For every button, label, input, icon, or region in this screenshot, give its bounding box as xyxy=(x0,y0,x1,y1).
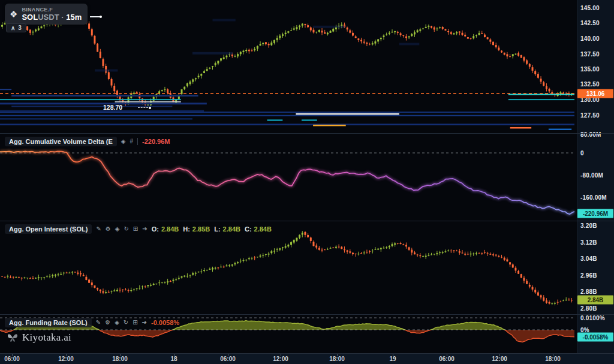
high-marker-line xyxy=(90,16,100,17)
cvd-header: Agg. Cumulative Volume Delta (E ◈ # -220… xyxy=(5,136,170,147)
collapse-indicators-button[interactable]: ∧ 3 xyxy=(6,23,26,32)
time-tick-label: 18:00 xyxy=(545,356,561,362)
axis-tick-label: 145.00 xyxy=(580,5,600,11)
oi-open: O:2.84B xyxy=(152,225,179,233)
time-scale-axis[interactable]: 06:0012:0018:001806:0012:0018:001906:001… xyxy=(0,353,614,364)
reset-icon[interactable]: ↻ xyxy=(124,226,128,232)
timeframe-label: 15m xyxy=(66,13,82,22)
move-icon[interactable]: ◈ xyxy=(115,226,120,232)
axis-tick-label: 135.00 xyxy=(580,66,600,73)
axis-tick-label: 0 xyxy=(580,150,584,157)
axis-tick-label: 127.50 xyxy=(580,112,600,119)
goto-icon[interactable]: ➔ xyxy=(142,226,147,232)
axis-value-badge: -220.96M xyxy=(577,209,613,218)
time-tick-label: 12:00 xyxy=(492,356,507,362)
axis-tick-label: 137.50 xyxy=(580,51,600,58)
move-icon[interactable]: ◈ xyxy=(115,320,119,326)
goto-icon[interactable]: ➔ xyxy=(142,320,147,326)
axis-tick-label: 3.12B xyxy=(580,239,597,246)
symbol-badge[interactable]: ❖ BINANCE.F SOLUSDT · 15m xyxy=(5,4,88,25)
axis-tick-label: 3.20B xyxy=(580,222,597,229)
funding-title[interactable]: Agg. Funding Rate (SOL) xyxy=(5,318,92,327)
axis-tick-label: 2.80B xyxy=(580,305,597,312)
open-interest-panel xyxy=(0,221,614,314)
expand-icon[interactable]: ⊞ xyxy=(133,320,137,326)
indicator-count: 3 xyxy=(18,25,22,31)
exchange-label: BINANCE.F xyxy=(22,7,82,13)
panel-divider[interactable] xyxy=(0,133,614,134)
settings-icon[interactable]: ⚙ xyxy=(105,320,110,326)
axis-tick-label: -160.00M xyxy=(580,194,607,201)
price-panel: 0 128.70 xyxy=(0,0,614,133)
edit-icon[interactable]: ✎ xyxy=(96,226,101,232)
time-tick-label: 12:00 xyxy=(58,356,74,362)
oi-high: H:2.85B xyxy=(183,225,210,233)
time-tick-label: 06:00 xyxy=(4,356,20,362)
panel-divider[interactable] xyxy=(0,221,614,221)
time-tick-label: 18 xyxy=(170,356,177,362)
low-marker-label: 128.70 xyxy=(103,104,122,111)
time-tick-label: 18:00 xyxy=(329,356,345,362)
butterfly-icon xyxy=(7,333,18,342)
axis-tick-label: 142.50 xyxy=(580,20,600,26)
oi-header: Agg. Open Interest (SOL) ✎ ⚙ ◈ ↻ ⊞ ➔ O:2… xyxy=(5,224,272,234)
time-tick-label: 18:00 xyxy=(112,356,128,362)
axis-tick-label: 3.04B xyxy=(580,255,597,262)
time-tick-label: 19 xyxy=(389,356,396,362)
time-tick-label: 12:00 xyxy=(273,356,288,362)
axis-tick-label: -80.00M xyxy=(580,172,603,179)
axis-value-badge: 131.06 xyxy=(577,89,613,98)
cvd-value: -220.96M xyxy=(142,138,170,145)
edit-icon[interactable]: ✎ xyxy=(96,320,101,326)
cvd-title[interactable]: Agg. Cumulative Volume Delta (E xyxy=(5,137,117,146)
time-tick-label: 06:00 xyxy=(220,356,236,362)
high-marker-dot xyxy=(100,16,102,18)
oi-chart-canvas[interactable] xyxy=(0,221,577,314)
oi-close: C:2.84B xyxy=(245,225,272,233)
funding-value: -0.0058% xyxy=(151,319,179,326)
axis-tick-label: 80.00M xyxy=(580,131,601,138)
header-divider xyxy=(137,138,138,145)
brand-name: Kiyotaka.ai xyxy=(22,332,71,344)
move-icon[interactable]: ◈ xyxy=(121,139,126,145)
axis-tick-label: 140.00 xyxy=(580,35,600,42)
axis-tick-label: 0.0100% xyxy=(580,315,605,321)
settings-icon[interactable]: ⚙ xyxy=(106,226,111,232)
axis-tick-label: 2.88B xyxy=(580,288,597,295)
time-tick-label: 06:00 xyxy=(439,356,455,362)
panel-divider[interactable] xyxy=(0,314,614,315)
expand-icon[interactable]: ⊞ xyxy=(133,226,138,232)
oi-title[interactable]: Agg. Open Interest (SOL) xyxy=(5,224,92,234)
low-marker-dot xyxy=(149,107,151,109)
binance-logo-icon: ❖ xyxy=(10,9,17,20)
axis-tick-label: 132.50 xyxy=(580,81,600,88)
reset-icon[interactable]: ↻ xyxy=(124,320,128,326)
chevron-up-icon: ∧ xyxy=(11,25,15,31)
funding-header: Agg. Funding Rate (SOL) ✎ ⚙ ◈ ↻ ⊞ ➔ -0.0… xyxy=(5,317,179,328)
low-marker-dash xyxy=(138,107,148,108)
trading-terminal: 0 128.70 145.00142.50140.00137.50135.001… xyxy=(0,0,614,364)
axis-value-badge: -0.0058% xyxy=(577,333,613,342)
oi-low: L:2.84B xyxy=(214,225,240,233)
watermark: Kiyotaka.ai xyxy=(7,332,71,344)
pair-label: SOLUSDT · 15m xyxy=(22,13,82,22)
axis-value-badge: 2.84B xyxy=(577,296,613,305)
grid-icon[interactable]: # xyxy=(130,139,133,145)
axis-tick-label: 2.96B xyxy=(580,272,597,279)
